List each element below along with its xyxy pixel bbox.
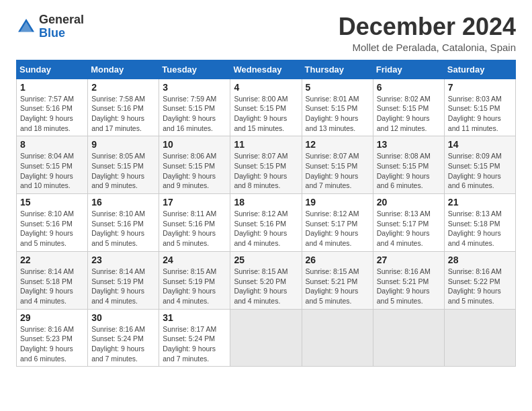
calendar-cell: 8Sunrise: 8:04 AMSunset: 5:15 PMDaylight…: [17, 136, 88, 194]
calendar-cell: 5Sunrise: 8:01 AMSunset: 5:15 PMDaylight…: [302, 79, 373, 136]
day-info: Sunrise: 7:58 AMSunset: 5:16 PMDaylight:…: [91, 94, 155, 134]
day-number: 20: [377, 197, 441, 208]
header-friday: Friday: [373, 60, 444, 79]
day-number: 12: [306, 139, 369, 150]
calendar-cell: 10Sunrise: 8:06 AMSunset: 5:15 PMDayligh…: [159, 136, 230, 194]
day-number: 3: [163, 82, 226, 93]
day-info: Sunrise: 7:59 AMSunset: 5:15 PMDaylight:…: [163, 94, 226, 134]
day-number: 17: [163, 197, 226, 208]
day-info: Sunrise: 8:10 AMSunset: 5:16 PMDaylight:…: [20, 209, 84, 248]
header-saturday: Saturday: [444, 60, 515, 79]
calendar-cell: 1Sunrise: 7:57 AMSunset: 5:16 PMDaylight…: [17, 79, 88, 136]
day-number: 31: [163, 312, 226, 323]
day-number: 1: [20, 82, 84, 93]
calendar-cell: 4Sunrise: 8:00 AMSunset: 5:15 PMDaylight…: [230, 79, 302, 136]
day-number: 2: [91, 82, 155, 93]
day-number: 18: [234, 197, 298, 208]
calendar-week-row: 15Sunrise: 8:10 AMSunset: 5:16 PMDayligh…: [17, 194, 516, 252]
day-number: 15: [20, 197, 84, 208]
day-number: 6: [377, 82, 441, 93]
calendar-table: SundayMondayTuesdayWednesdayThursdayFrid…: [16, 60, 516, 367]
day-number: 8: [20, 139, 84, 150]
calendar-cell: 19Sunrise: 8:12 AMSunset: 5:17 PMDayligh…: [302, 194, 373, 252]
day-number: 28: [448, 255, 512, 265]
day-info: Sunrise: 8:16 AMSunset: 5:22 PMDaylight:…: [448, 267, 512, 306]
calendar-cell: [373, 309, 444, 367]
day-number: 24: [163, 255, 226, 265]
logo-text: General Blue: [39, 13, 84, 40]
header-wednesday: Wednesday: [230, 60, 302, 79]
calendar-cell: 24Sunrise: 8:15 AMSunset: 5:19 PMDayligh…: [159, 251, 230, 309]
calendar-cell: 11Sunrise: 8:07 AMSunset: 5:15 PMDayligh…: [230, 136, 302, 194]
calendar-cell: 23Sunrise: 8:14 AMSunset: 5:19 PMDayligh…: [88, 251, 159, 309]
day-number: 14: [448, 139, 512, 150]
calendar-cell: 22Sunrise: 8:14 AMSunset: 5:18 PMDayligh…: [17, 251, 88, 309]
header-sunday: Sunday: [17, 60, 88, 79]
day-info: Sunrise: 8:02 AMSunset: 5:15 PMDaylight:…: [377, 94, 441, 134]
day-info: Sunrise: 8:16 AMSunset: 5:21 PMDaylight:…: [377, 267, 441, 306]
calendar-cell: [302, 309, 373, 367]
day-info: Sunrise: 8:16 AMSunset: 5:23 PMDaylight:…: [20, 324, 84, 364]
month-title: December 2024: [339, 13, 516, 40]
day-number: 23: [91, 255, 155, 265]
day-number: 7: [448, 82, 512, 93]
day-info: Sunrise: 8:12 AMSunset: 5:16 PMDaylight:…: [234, 209, 298, 248]
calendar-week-row: 1Sunrise: 7:57 AMSunset: 5:16 PMDaylight…: [17, 79, 516, 136]
calendar-cell: 14Sunrise: 8:09 AMSunset: 5:15 PMDayligh…: [444, 136, 515, 194]
day-info: Sunrise: 8:07 AMSunset: 5:15 PMDaylight:…: [306, 151, 369, 191]
day-info: Sunrise: 8:14 AMSunset: 5:18 PMDaylight:…: [20, 267, 84, 306]
calendar-cell: 7Sunrise: 8:03 AMSunset: 5:15 PMDaylight…: [444, 79, 515, 136]
calendar-week-row: 8Sunrise: 8:04 AMSunset: 5:15 PMDaylight…: [17, 136, 516, 194]
calendar-cell: 3Sunrise: 7:59 AMSunset: 5:15 PMDaylight…: [159, 79, 230, 136]
day-info: Sunrise: 8:13 AMSunset: 5:18 PMDaylight:…: [448, 209, 512, 248]
day-info: Sunrise: 8:00 AMSunset: 5:15 PMDaylight:…: [234, 94, 298, 134]
location-title: Mollet de Peralada, Catalonia, Spain: [339, 42, 516, 53]
day-number: 26: [306, 255, 369, 265]
day-number: 29: [20, 312, 84, 323]
calendar-cell: 26Sunrise: 8:15 AMSunset: 5:21 PMDayligh…: [302, 251, 373, 309]
calendar-cell: [444, 309, 515, 367]
day-info: Sunrise: 7:57 AMSunset: 5:16 PMDaylight:…: [20, 94, 84, 134]
calendar-cell: 15Sunrise: 8:10 AMSunset: 5:16 PMDayligh…: [17, 194, 88, 252]
day-number: 4: [234, 82, 298, 93]
calendar-cell: 6Sunrise: 8:02 AMSunset: 5:15 PMDaylight…: [373, 79, 444, 136]
logo-general: General: [39, 13, 84, 27]
day-info: Sunrise: 8:15 AMSunset: 5:20 PMDaylight:…: [234, 267, 298, 306]
day-info: Sunrise: 8:07 AMSunset: 5:15 PMDaylight:…: [234, 151, 298, 191]
logo-icon: [16, 17, 36, 37]
day-info: Sunrise: 8:03 AMSunset: 5:15 PMDaylight:…: [448, 94, 512, 134]
day-info: Sunrise: 8:12 AMSunset: 5:17 PMDaylight:…: [306, 209, 369, 248]
title-area: December 2024 Mollet de Peralada, Catalo…: [339, 13, 516, 53]
calendar-week-row: 29Sunrise: 8:16 AMSunset: 5:23 PMDayligh…: [17, 309, 516, 367]
calendar-cell: 27Sunrise: 8:16 AMSunset: 5:21 PMDayligh…: [373, 251, 444, 309]
day-number: 30: [91, 312, 155, 323]
header-tuesday: Tuesday: [159, 60, 230, 79]
calendar-cell: 30Sunrise: 8:16 AMSunset: 5:24 PMDayligh…: [88, 309, 159, 367]
day-info: Sunrise: 8:01 AMSunset: 5:15 PMDaylight:…: [306, 94, 369, 134]
calendar-cell: 28Sunrise: 8:16 AMSunset: 5:22 PMDayligh…: [444, 251, 515, 309]
logo-blue: Blue: [39, 27, 84, 40]
day-info: Sunrise: 8:04 AMSunset: 5:15 PMDaylight:…: [20, 151, 84, 191]
day-number: 22: [20, 255, 84, 265]
day-info: Sunrise: 8:11 AMSunset: 5:16 PMDaylight:…: [163, 209, 226, 248]
day-number: 16: [91, 197, 155, 208]
calendar-cell: 16Sunrise: 8:10 AMSunset: 5:16 PMDayligh…: [88, 194, 159, 252]
day-info: Sunrise: 8:10 AMSunset: 5:16 PMDaylight:…: [91, 209, 155, 248]
calendar-cell: 2Sunrise: 7:58 AMSunset: 5:16 PMDaylight…: [88, 79, 159, 136]
day-number: 13: [377, 139, 441, 150]
day-info: Sunrise: 8:09 AMSunset: 5:15 PMDaylight:…: [448, 151, 512, 191]
day-info: Sunrise: 8:06 AMSunset: 5:15 PMDaylight:…: [163, 151, 226, 191]
day-number: 9: [91, 139, 155, 150]
day-number: 10: [163, 139, 226, 150]
calendar-cell: 17Sunrise: 8:11 AMSunset: 5:16 PMDayligh…: [159, 194, 230, 252]
header: General Blue December 2024 Mollet de Per…: [16, 13, 516, 53]
calendar-cell: 25Sunrise: 8:15 AMSunset: 5:20 PMDayligh…: [230, 251, 302, 309]
calendar-cell: 9Sunrise: 8:05 AMSunset: 5:15 PMDaylight…: [88, 136, 159, 194]
header-monday: Monday: [88, 60, 159, 79]
day-number: 27: [377, 255, 441, 265]
day-info: Sunrise: 8:17 AMSunset: 5:24 PMDaylight:…: [163, 324, 226, 364]
day-number: 25: [234, 255, 298, 265]
day-number: 11: [234, 139, 298, 150]
day-info: Sunrise: 8:16 AMSunset: 5:24 PMDaylight:…: [91, 324, 155, 364]
logo: General Blue: [16, 13, 84, 40]
